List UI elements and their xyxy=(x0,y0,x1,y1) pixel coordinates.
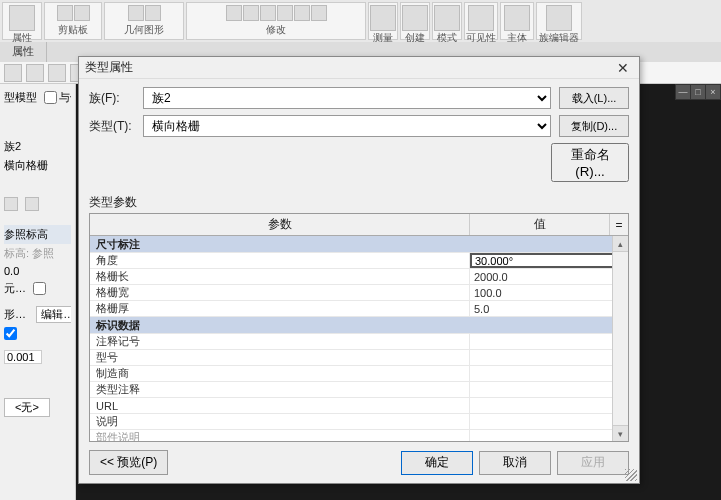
edit-btn[interactable]: 编辑… xyxy=(36,306,71,323)
col-eq[interactable]: = xyxy=(610,214,628,235)
param-cell: 格栅厚 xyxy=(90,301,470,316)
rename-button[interactable]: 重命名(R)... xyxy=(551,143,629,182)
value-cell[interactable] xyxy=(470,414,628,429)
scroll-down-icon[interactable]: ▾ xyxy=(613,425,628,441)
canvas-close-icon[interactable]: × xyxy=(706,85,720,99)
ribbon-group: 属性 xyxy=(2,2,42,40)
table-row[interactable]: 格栅宽100.0 xyxy=(90,285,628,301)
ribbon-group: 几何图形 xyxy=(104,2,184,40)
ribbon-icon[interactable] xyxy=(311,5,327,21)
toolbar-icon[interactable] xyxy=(4,64,22,82)
type-select[interactable]: 横向格栅 xyxy=(143,115,551,137)
ribbon-group: 创建 xyxy=(400,2,430,40)
value-cell[interactable] xyxy=(470,253,628,268)
ribbon-icon[interactable] xyxy=(260,5,276,21)
ok-button[interactable]: 确定 xyxy=(401,451,473,475)
category-row[interactable]: 标识数据⌃ xyxy=(90,317,628,334)
load-button[interactable]: 载入(L)... xyxy=(559,87,629,109)
value-cell[interactable]: 2000.0 xyxy=(470,269,628,284)
ribbon-group: 主体 xyxy=(500,2,534,40)
val-input[interactable] xyxy=(4,350,42,364)
value-cell[interactable] xyxy=(470,350,628,365)
grid-scrollbar[interactable]: ▴ ▾ xyxy=(612,236,628,441)
ribbon-icon[interactable] xyxy=(434,5,460,31)
duplicate-button[interactable]: 复制(D)... xyxy=(559,115,629,137)
value-cell[interactable] xyxy=(470,430,628,442)
ribbon-icon[interactable] xyxy=(294,5,310,21)
table-row[interactable]: 说明 xyxy=(90,414,628,430)
value-cell[interactable] xyxy=(470,398,628,413)
table-row[interactable]: 注释记号 xyxy=(90,334,628,350)
value-cell[interactable] xyxy=(470,366,628,381)
ribbon-icon[interactable] xyxy=(370,5,396,31)
ribbon-icon[interactable] xyxy=(57,5,73,21)
value-cell[interactable] xyxy=(470,334,628,349)
param-cell: 注释记号 xyxy=(90,334,470,349)
none-combo[interactable]: <无> xyxy=(4,398,50,417)
canvas-max-icon[interactable]: □ xyxy=(691,85,705,99)
left-model: 型模型 xyxy=(4,90,37,105)
ribbon-icon[interactable] xyxy=(504,5,530,31)
family-select[interactable]: 族2 xyxy=(143,87,551,109)
table-row[interactable]: 角度 xyxy=(90,253,628,269)
family-label: 族(F): xyxy=(89,90,143,107)
scroll-up-icon[interactable]: ▴ xyxy=(613,236,628,252)
ribbon-group: 剪贴板 xyxy=(44,2,102,40)
left-type: 横向格栅 xyxy=(4,156,71,175)
ribbon-group: 可见性 xyxy=(464,2,498,40)
yuan-btn[interactable]: 元… xyxy=(4,281,26,296)
canvas-min-icon[interactable]: — xyxy=(676,85,690,99)
ribbon-icon[interactable] xyxy=(468,5,494,31)
preview-button[interactable]: << 预览(P) xyxy=(89,450,168,475)
param-cell: 型号 xyxy=(90,350,470,365)
cancel-button[interactable]: 取消 xyxy=(479,451,551,475)
left-family: 族2 xyxy=(4,137,71,156)
apply-button[interactable]: 应用 xyxy=(557,451,629,475)
close-icon[interactable]: ✕ xyxy=(613,58,633,78)
ribbon-icon[interactable] xyxy=(243,5,259,21)
table-row[interactable]: 部件说明 xyxy=(90,430,628,442)
ribbon-icon[interactable] xyxy=(145,5,161,21)
param-cell: 格栅长 xyxy=(90,269,470,284)
ribbon-icon[interactable] xyxy=(546,5,572,31)
tab-properties[interactable]: 属性 xyxy=(0,42,47,62)
col-param[interactable]: 参数 xyxy=(90,214,470,235)
toolbar-icon[interactable] xyxy=(26,64,44,82)
zero-val: 0.0 xyxy=(4,265,19,277)
table-row[interactable]: 类型注释 xyxy=(90,382,628,398)
ribbon-group: 模式 xyxy=(432,2,462,40)
ribbon-icon[interactable] xyxy=(9,5,35,31)
check1[interactable] xyxy=(4,327,17,340)
dialog-title: 类型属性 xyxy=(85,59,133,76)
table-row[interactable]: 型号 xyxy=(90,350,628,366)
ribbon-group: 测量 xyxy=(368,2,398,40)
param-cell: 类型注释 xyxy=(90,382,470,397)
param-cell: 格栅宽 xyxy=(90,285,470,300)
table-row[interactable]: 制造商 xyxy=(90,366,628,382)
value-cell[interactable]: 100.0 xyxy=(470,285,628,300)
table-row[interactable]: 格栅厚5.0 xyxy=(90,301,628,317)
ribbon-icon[interactable] xyxy=(402,5,428,31)
value-cell[interactable]: 5.0 xyxy=(470,301,628,316)
value-input[interactable] xyxy=(470,253,628,268)
adj-check[interactable] xyxy=(44,91,57,104)
ribbon-label: 剪贴板 xyxy=(58,23,88,37)
ribbon-icon[interactable] xyxy=(226,5,242,21)
palette-icon[interactable] xyxy=(25,197,39,211)
table-row[interactable]: URL xyxy=(90,398,628,414)
yuan-check[interactable] xyxy=(33,282,46,295)
palette-icon[interactable] xyxy=(4,197,18,211)
toolbar-icon[interactable] xyxy=(48,64,66,82)
ribbon-group: 族编辑器 xyxy=(536,2,582,40)
table-row[interactable]: 格栅长2000.0 xyxy=(90,269,628,285)
value-cell[interactable] xyxy=(470,382,628,397)
ribbon-icon[interactable] xyxy=(128,5,144,21)
col-value[interactable]: 值 xyxy=(470,214,610,235)
resize-grip[interactable] xyxy=(625,469,637,481)
category-row[interactable]: 尺寸标注⌃ xyxy=(90,236,628,253)
ref-elev: 参照标高 xyxy=(4,227,48,242)
type-label: 类型(T): xyxy=(89,118,143,135)
elev-label: 标高: 参照 xyxy=(4,246,54,261)
ribbon-icon[interactable] xyxy=(277,5,293,21)
ribbon-icon[interactable] xyxy=(74,5,90,21)
